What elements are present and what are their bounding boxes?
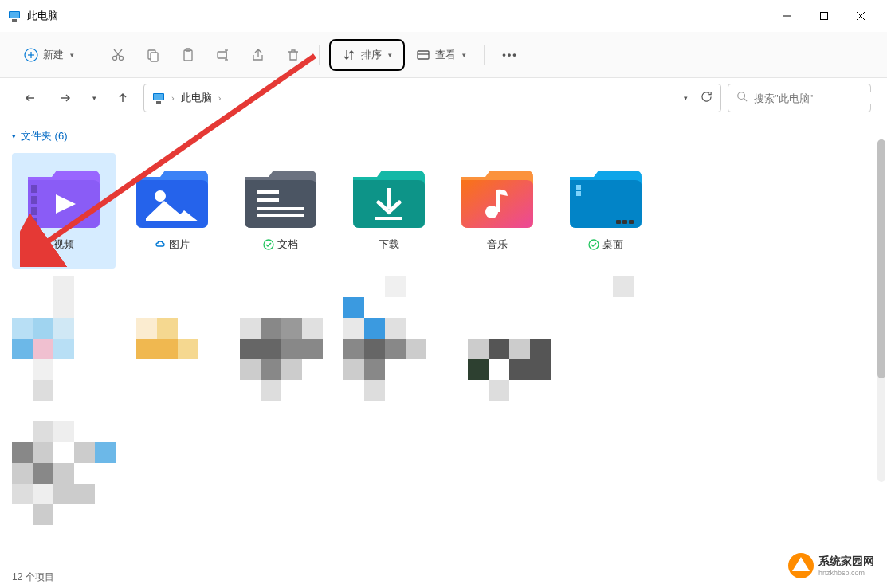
cloud-sync-icon (155, 239, 166, 250)
recent-button[interactable]: ▾ (86, 84, 102, 112)
music-folder-icon (461, 171, 533, 228)
watermark-logo-icon (788, 553, 814, 578)
cut-button[interactable] (102, 41, 134, 69)
view-icon (416, 48, 430, 62)
svg-rect-29 (31, 185, 37, 193)
address-bar[interactable]: › 此电脑 › ▾ (143, 84, 721, 112)
refresh-button[interactable] (701, 91, 712, 106)
check-sync-icon (588, 239, 599, 250)
svg-rect-1 (10, 12, 19, 18)
chevron-down-icon: ▾ (462, 51, 466, 59)
back-button[interactable] (16, 84, 45, 112)
folder-label: 文档 (277, 237, 298, 252)
svg-point-33 (155, 190, 166, 202)
minimize-button[interactable] (769, 3, 806, 29)
downloads-folder-icon (353, 171, 425, 228)
divider (319, 45, 320, 65)
copy-icon (146, 48, 160, 62)
svg-rect-15 (151, 53, 158, 61)
folder-music[interactable]: 音乐 (445, 153, 549, 269)
rename-button[interactable] (207, 41, 239, 69)
more-button[interactable]: ••• (494, 41, 526, 69)
scrollbar[interactable] (877, 139, 885, 482)
videos-folder-icon (28, 171, 100, 228)
folder-label: 视频 (53, 237, 74, 252)
watermark-title: 系统家园网 (818, 555, 874, 569)
folder-label: 下载 (379, 237, 399, 252)
breadcrumb[interactable]: 此电脑 (181, 91, 212, 105)
svg-rect-45 (616, 220, 621, 224)
breadcrumb-separator: › (171, 93, 175, 103)
sort-button[interactable]: 排序 ▾ (329, 39, 405, 71)
delete-button[interactable] (277, 41, 309, 69)
copy-button[interactable] (137, 41, 169, 69)
breadcrumb-separator: › (218, 93, 222, 103)
clipboard-icon (181, 48, 195, 62)
search-input[interactable] (754, 92, 887, 104)
plus-circle-icon (24, 48, 38, 62)
pictures-folder-icon (136, 171, 208, 228)
folder-videos[interactable]: 视频 (12, 153, 116, 269)
svg-rect-43 (576, 185, 581, 190)
svg-rect-47 (629, 220, 634, 224)
folder-pictures[interactable]: 图片 (120, 153, 224, 269)
watermark-url: hnzkhbsb.com (818, 569, 874, 577)
svg-rect-36 (257, 207, 304, 210)
svg-rect-31 (31, 207, 37, 215)
svg-point-27 (738, 92, 745, 100)
svg-rect-2 (12, 19, 17, 22)
search-box[interactable] (728, 84, 871, 112)
address-dropdown-icon[interactable]: ▾ (677, 94, 694, 102)
status-items-count: 12 个项目 (12, 570, 54, 584)
svg-rect-25 (154, 94, 163, 100)
share-icon (251, 48, 265, 62)
sort-label: 排序 (361, 48, 382, 62)
folder-label: 桌面 (602, 237, 623, 252)
ellipsis-icon: ••• (502, 49, 518, 61)
svg-rect-22 (418, 51, 429, 59)
trash-icon (286, 48, 300, 62)
section-label: 文件夹 (6) (21, 129, 68, 143)
close-button[interactable] (842, 3, 879, 29)
svg-rect-18 (218, 52, 226, 58)
new-button[interactable]: 新建 ▾ (16, 41, 82, 69)
forward-button[interactable] (51, 84, 80, 112)
scissors-icon (111, 48, 125, 62)
maximize-button[interactable] (806, 3, 842, 29)
scrollbar-thumb[interactable] (877, 139, 885, 378)
svg-rect-32 (31, 218, 37, 225)
search-icon (736, 91, 748, 105)
svg-line-28 (744, 99, 748, 102)
view-label: 查看 (435, 48, 456, 62)
window-title: 此电脑 (27, 9, 58, 23)
svg-rect-26 (156, 101, 161, 104)
sort-icon (342, 48, 356, 62)
check-sync-icon (263, 239, 274, 250)
svg-rect-46 (622, 220, 627, 224)
obscured-content (12, 276, 634, 525)
pc-icon (152, 92, 165, 104)
folders-section-header[interactable]: ▾ 文件夹 (6) (12, 126, 875, 147)
share-button[interactable] (242, 41, 274, 69)
svg-rect-34 (257, 190, 279, 194)
desktop-folder-icon (570, 171, 642, 228)
svg-rect-44 (576, 191, 581, 196)
svg-rect-30 (31, 196, 37, 204)
divider (484, 45, 485, 65)
svg-rect-35 (257, 198, 279, 202)
folder-documents[interactable]: 文档 (229, 153, 332, 269)
divider (92, 45, 92, 65)
folder-downloads[interactable]: 下载 (337, 153, 441, 269)
app-icon (8, 10, 21, 22)
chevron-down-icon: ▾ (92, 94, 96, 102)
paste-button[interactable] (172, 41, 204, 69)
svg-point-41 (485, 206, 498, 218)
view-button[interactable]: 查看 ▾ (408, 41, 474, 69)
svg-rect-4 (821, 13, 828, 20)
documents-folder-icon (245, 171, 316, 228)
up-button[interactable] (108, 84, 137, 112)
folder-label: 图片 (169, 237, 190, 252)
folder-desktop[interactable]: 桌面 (554, 153, 657, 269)
svg-point-10 (113, 56, 117, 60)
chevron-down-icon: ▾ (388, 51, 392, 59)
